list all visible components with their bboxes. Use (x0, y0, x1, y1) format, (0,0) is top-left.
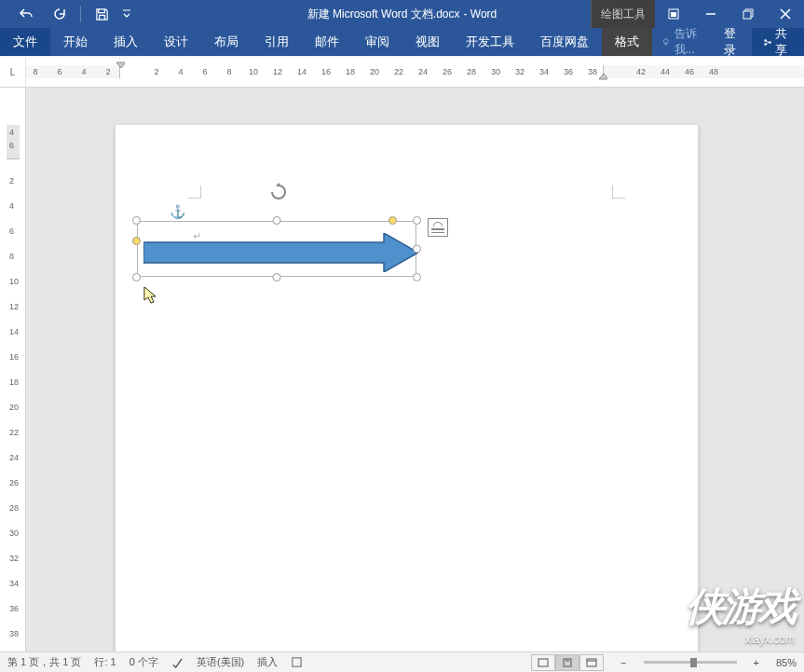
tab-references[interactable]: 引用 (252, 28, 302, 56)
tab-layout[interactable]: 布局 (201, 28, 252, 56)
status-line[interactable]: 行: 1 (94, 655, 116, 669)
zoom-slider-thumb[interactable] (690, 658, 697, 667)
print-layout-icon (562, 658, 573, 667)
ruler-tick: 32 (515, 67, 525, 76)
mouse-cursor-icon (143, 286, 158, 305)
adjust-handle-2[interactable] (132, 237, 141, 245)
svg-rect-10 (564, 659, 571, 666)
ruler-tick: 2 (105, 67, 110, 76)
app-suffix: - Word (464, 7, 497, 21)
qat-customize-button[interactable] (118, 0, 135, 28)
ruler-tick: 48 (709, 67, 718, 76)
ruler-tick: 20 (370, 67, 379, 76)
tab-design[interactable]: 设计 (151, 28, 201, 56)
undo-button[interactable] (9, 0, 43, 28)
status-bar: 第 1 页，共 1 页 行: 1 0 个字 英语(美国) 插入 − + 85% (0, 651, 804, 672)
ruler-tick: 32 (9, 554, 19, 563)
rotate-handle[interactable] (269, 183, 288, 205)
ruler-tick: 6 (9, 226, 14, 236)
ribbon-display-button[interactable] (655, 0, 692, 28)
resize-handle-br[interactable] (413, 273, 421, 281)
zoom-percentage[interactable]: 85% (776, 657, 797, 668)
ruler-tick: 4 (81, 67, 86, 76)
tab-home[interactable]: 开始 (50, 28, 101, 56)
resize-handle-mr[interactable] (413, 245, 421, 254)
minimize-icon (705, 8, 716, 20)
redo-icon (52, 7, 67, 21)
rotate-icon (269, 183, 288, 201)
view-mode-buttons (531, 654, 604, 671)
ruler-tick: 6 (202, 67, 207, 76)
ruler-tick: 34 (539, 67, 549, 76)
margin-corner-tl (188, 185, 201, 199)
view-read-button[interactable] (531, 654, 555, 671)
document-workspace: L 86422468101214161820222426283032343638… (0, 58, 804, 651)
macro-icon[interactable] (291, 656, 303, 668)
status-insert-mode[interactable]: 插入 (257, 655, 278, 669)
ruler-corner[interactable]: L (0, 58, 26, 87)
tell-me-search[interactable]: 告诉我... (652, 28, 715, 56)
ruler-tick: 42 (636, 67, 646, 76)
tab-insert[interactable]: 插入 (101, 28, 151, 56)
save-button[interactable] (85, 0, 118, 28)
vertical-ruler[interactable]: 46 2468101214161820222426283032343638 (0, 88, 26, 651)
document-name: 新建 Microsoft Word 文档.docx (307, 7, 460, 22)
web-layout-icon (586, 658, 597, 667)
tab-review[interactable]: 审阅 (352, 28, 402, 56)
document-viewport[interactable]: ⚓ (26, 88, 804, 651)
horizontal-ruler[interactable]: 8642246810121416182022242628303234363842… (26, 58, 804, 87)
minimize-button[interactable] (692, 0, 729, 28)
spellcheck-icon[interactable] (171, 656, 184, 668)
resize-handle-tm[interactable] (273, 216, 281, 225)
status-language[interactable]: 英语(美国) (197, 655, 244, 669)
view-print-button[interactable] (555, 654, 579, 671)
zoom-out-button[interactable]: − (617, 657, 630, 668)
ruler-tick: 38 (9, 629, 19, 638)
first-line-indent-marker[interactable] (116, 62, 125, 71)
ruler-tick: 18 (9, 377, 19, 387)
ruler-tick: 20 (9, 403, 19, 412)
window-title: 新建 Microsoft Word 文档.docx - Word (307, 7, 497, 22)
login-button[interactable]: 登录 (715, 28, 752, 56)
resize-handle-bm[interactable] (273, 273, 281, 281)
right-arrow-shape[interactable] (143, 233, 418, 272)
ruler-tick: 16 (321, 67, 331, 76)
ruler-tick: 22 (394, 67, 403, 76)
status-page[interactable]: 第 1 页，共 1 页 (7, 655, 81, 669)
tab-developer[interactable]: 开发工具 (453, 28, 527, 56)
contextual-tab-label: 绘图工具 (591, 0, 655, 28)
tab-format[interactable]: 格式 (602, 28, 652, 56)
close-button[interactable] (767, 0, 804, 28)
ruler-tick: 10 (249, 67, 258, 76)
share-label: 共享 (775, 25, 793, 59)
ruler-tick: 4 (9, 201, 14, 211)
right-indent-marker[interactable] (598, 73, 607, 82)
ruler-tick: 12 (273, 67, 282, 76)
tab-mailings[interactable]: 邮件 (302, 28, 352, 56)
adjust-handle-1[interactable] (388, 216, 397, 225)
tab-file[interactable]: 文件 (0, 28, 50, 56)
restore-button[interactable] (729, 0, 767, 28)
arrow-shape-selection[interactable] (132, 216, 421, 281)
zoom-slider[interactable] (644, 661, 737, 664)
ruler-tick: 36 (9, 604, 19, 613)
tab-view[interactable]: 视图 (402, 28, 453, 56)
resize-handle-tl[interactable] (132, 216, 141, 225)
document-page[interactable]: ⚓ (116, 125, 698, 651)
ruler-tick: 44 (661, 67, 670, 76)
tab-baidu[interactable]: 百度网盘 (527, 28, 602, 56)
ruler-tick: 16 (9, 352, 19, 362)
save-icon (95, 7, 109, 21)
resize-handle-tr[interactable] (413, 216, 421, 225)
ruler-tick: 30 (491, 67, 500, 76)
view-web-button[interactable] (579, 654, 604, 671)
tell-me-placeholder: 告诉我... (675, 26, 706, 58)
zoom-in-button[interactable]: + (750, 657, 763, 668)
resize-handle-bl[interactable] (132, 273, 141, 281)
share-button[interactable]: 共享 (752, 28, 804, 56)
redo-button[interactable] (43, 0, 76, 28)
ruler-tick: 8 (9, 252, 14, 261)
ruler-tick: 2 (9, 176, 14, 185)
layout-options-button[interactable] (428, 218, 448, 237)
status-word-count[interactable]: 0 个字 (129, 655, 158, 669)
